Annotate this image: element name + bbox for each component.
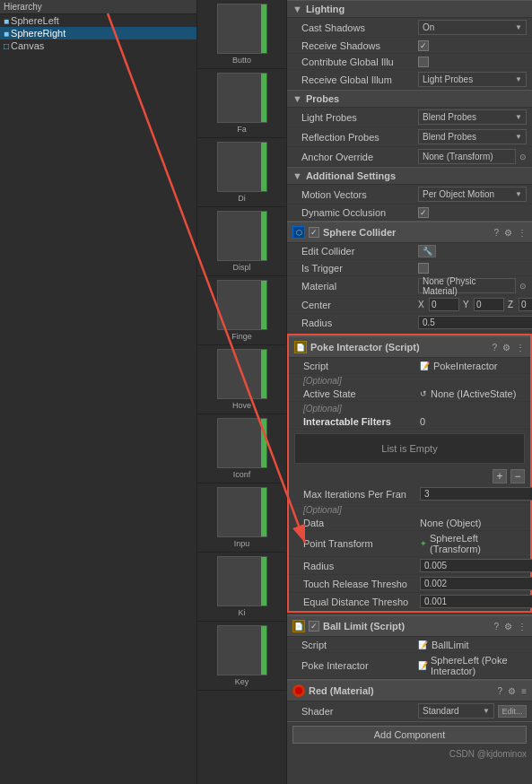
thumb-ki[interactable]: Ki [197,553,286,622]
thumb-butto[interactable]: Butto [197,0,286,69]
menu-icon[interactable]: ⋮ [518,228,527,238]
optional3-label: [Optional] [289,503,530,515]
receive-gi-dropdown[interactable]: Light Probes ▼ [418,72,527,87]
tree-item-label: Canvas [11,40,44,51]
ball-limit-icon: 📄 [292,620,305,632]
add-component-button[interactable]: Add Component [292,726,527,744]
receive-gi-dropdown-text: Light Probes [423,74,473,84]
anchor-override-dropdown[interactable]: None (Transform) [418,149,516,164]
center-x-input[interactable] [429,298,459,311]
help-icon[interactable]: ? [492,343,497,353]
green-bar [261,74,266,122]
sphere-collider-header[interactable]: ⬡ ✓ Sphere Collider ? ⚙ ⋮ [287,221,532,243]
shader-dropdown[interactable]: Standard ▼ [418,703,494,719]
ball-limit-options: ? ⚙ ⋮ [493,622,527,632]
menu-icon[interactable]: ⋮ [518,622,527,632]
radius-input[interactable] [418,316,532,329]
settings-icon[interactable]: ⚙ [508,686,516,696]
inspector-panel: ▼ Lighting Cast Shadows On ▼ Receive Sha… [287,0,532,784]
probes-section-title: Probes [306,93,527,104]
poke-interactor-header[interactable]: 📄 Poke Interactor (Script) ? ⚙ ⋮ [289,335,530,358]
green-bar [261,626,266,675]
touch-release-value [420,577,532,590]
red-material-header[interactable]: Red (Material) ? ⚙ ≡ [287,679,532,701]
settings-icon[interactable]: ⚙ [504,622,512,632]
ball-limit-checkbox[interactable]: ✓ [309,621,319,632]
lighting-section-header[interactable]: ▼ Lighting [287,0,532,18]
list-remove-button[interactable]: − [510,469,525,483]
is-trigger-row: Is Trigger [287,260,532,276]
menu-icon[interactable]: ≡ [521,686,527,696]
center-z-field: Z [508,298,532,311]
data-value: None (Object) [420,518,525,528]
light-probes-value: Blend Probes ▼ [418,109,527,125]
reflection-probes-dropdown[interactable]: Blend Probes ▼ [418,129,527,144]
poke-interactor-title: Poke Interactor (Script) [310,342,492,353]
settings-icon[interactable]: ⚙ [502,343,510,353]
poke-radius-row: Radius [289,557,530,575]
menu-icon[interactable]: ⋮ [516,343,525,353]
ball-poke-interactor-value: 📝 SphereLeft (Poke Interactor) [418,655,527,676]
thumb-displ[interactable]: Displ [197,207,286,276]
tree-item-canvas[interactable]: □ Canvas [0,39,196,52]
center-label: Center [301,300,418,310]
thumb-key[interactable]: Key [197,622,286,691]
list-add-button[interactable]: + [493,469,507,483]
thumb-inpu[interactable]: Inpu [197,483,286,553]
ball-limit-header[interactable]: 📄 ✓ Ball Limit (Script) ? ⚙ ⋮ [287,614,532,637]
settings-icon[interactable]: ⚙ [504,228,512,238]
thumb-iconf-label: Iconf [233,470,251,479]
y-label: Y [463,300,472,309]
touch-release-input[interactable] [420,577,532,590]
poke-interactor-component: 📄 Poke Interactor (Script) ? ⚙ ⋮ Script … [287,334,532,613]
probes-arrow-icon: ▼ [292,93,302,104]
sphere-collider-checkbox[interactable]: ✓ [309,227,319,238]
red-material-icon [292,684,305,697]
center-y-input[interactable] [474,298,504,311]
help-icon[interactable]: ? [493,228,499,238]
max-iter-input[interactable] [420,487,532,501]
tree-item-sphereright[interactable]: ■ SphereRight [0,27,196,39]
thumb-fa-box [217,73,267,123]
ball-script-value: 📝 BallLimit [418,640,527,650]
center-z-input[interactable] [519,298,532,311]
tree-item-label: SphereLeft [11,15,59,26]
thumb-hove[interactable]: Hove [197,345,286,414]
canvas-icon: □ [4,41,9,51]
shader-row: Shader Standard ▼ Edit... [287,701,532,721]
additional-settings-section-header[interactable]: ▼ Additional Settings [287,167,532,185]
thumb-di[interactable]: Di [197,138,286,207]
dropdown-arrow-icon: ▼ [515,113,522,121]
bottom-bar: Add Component [287,721,532,747]
center-row: Center X Y Z [287,296,532,314]
light-probes-dropdown[interactable]: Blend Probes ▼ [418,109,527,125]
active-state-text: None (IActiveState) [431,388,516,399]
dynamic-occlusion-checkbox[interactable]: ✓ [418,207,429,218]
poke-radius-input[interactable] [420,559,532,572]
thumb-fa[interactable]: Fa [197,69,286,138]
receive-shadows-checkbox[interactable]: ✓ [418,40,429,51]
cube-icon: ■ [4,16,9,26]
tree-item-sphereleft[interactable]: ■ SphereLeft [0,14,196,27]
interactable-filters-value: 0 [420,416,525,427]
help-icon[interactable]: ? [493,622,499,632]
thumb-finge[interactable]: Finge [197,276,286,345]
point-transform-label: Point Transform [303,538,420,549]
probes-section-header[interactable]: ▼ Probes [287,90,532,108]
equal-distance-input[interactable] [420,595,532,608]
thumb-finge-box [217,280,267,330]
contribute-gi-checkbox[interactable] [418,57,429,67]
material-dropdown[interactable]: None (Physic Material) [418,278,516,293]
thumb-butto-box [217,4,267,54]
ball-script-text: BallLimit [432,640,469,650]
edit-collider-button[interactable]: 🔧 [418,245,436,257]
is-trigger-checkbox[interactable] [418,263,429,274]
edit-shader-button[interactable]: Edit... [498,705,527,718]
receive-gi-row: Receive Global Illum Light Probes ▼ [287,70,532,90]
motion-vectors-dropdown[interactable]: Per Object Motion ▼ [418,187,527,202]
poke-interactor-options: ? ⚙ ⋮ [492,343,525,353]
help-icon[interactable]: ? [498,686,503,696]
radius-label: Radius [301,318,418,328]
cast-shadows-dropdown[interactable]: On ▼ [418,20,527,35]
thumb-iconf[interactable]: Iconf [197,414,286,483]
